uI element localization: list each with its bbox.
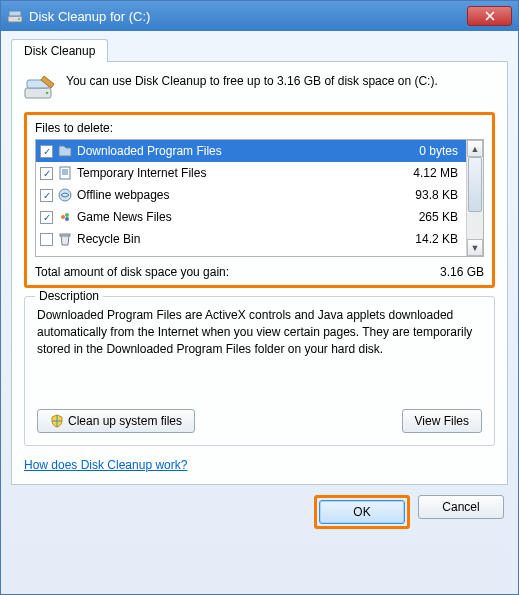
cancel-button[interactable]: Cancel bbox=[418, 495, 504, 519]
close-button[interactable] bbox=[467, 6, 512, 26]
scroll-down-button[interactable]: ▼ bbox=[467, 239, 483, 256]
list-item-size: 0 bytes bbox=[392, 144, 462, 158]
button-label: Clean up system files bbox=[68, 414, 182, 428]
cleanup-system-files-button[interactable]: Clean up system files bbox=[37, 409, 195, 433]
svg-point-9 bbox=[65, 213, 69, 217]
intro-text: You can use Disk Cleanup to free up to 3… bbox=[66, 74, 438, 88]
checkbox[interactable]: ✓ bbox=[40, 145, 53, 158]
list-item[interactable]: ✓Temporary Internet Files4.12 MB bbox=[36, 162, 466, 184]
list-item-label: Recycle Bin bbox=[77, 232, 388, 246]
scroll-up-button[interactable]: ▲ bbox=[467, 140, 483, 157]
file-type-icon bbox=[57, 231, 73, 247]
svg-point-10 bbox=[65, 217, 69, 221]
list-item-size: 93.8 KB bbox=[392, 188, 462, 202]
description-text: Downloaded Program Files are ActiveX con… bbox=[37, 307, 482, 395]
titlebar[interactable]: Disk Cleanup for (C:) bbox=[1, 1, 518, 31]
dialog-footer: OK Cancel bbox=[11, 495, 508, 529]
list-item[interactable]: ✓Game News Files265 KB bbox=[36, 206, 466, 228]
ok-button-highlight: OK bbox=[314, 495, 410, 529]
list-item-label: Temporary Internet Files bbox=[77, 166, 388, 180]
scroll-thumb[interactable] bbox=[468, 157, 482, 212]
tabstrip: Disk Cleanup bbox=[11, 39, 508, 62]
list-item-label: Offline webpages bbox=[77, 188, 388, 202]
disk-cleanup-window: Disk Cleanup for (C:) Disk Cleanup You c… bbox=[0, 0, 519, 595]
button-label: OK bbox=[353, 505, 370, 519]
svg-rect-1 bbox=[9, 11, 21, 16]
list-item[interactable]: ✓Downloaded Program Files0 bytes bbox=[36, 140, 466, 162]
file-type-icon bbox=[57, 165, 73, 181]
window-title: Disk Cleanup for (C:) bbox=[29, 9, 467, 24]
checkbox[interactable]: ✓ bbox=[40, 211, 53, 224]
file-type-icon bbox=[57, 209, 73, 225]
vertical-scrollbar[interactable]: ▲ ▼ bbox=[466, 140, 483, 256]
total-label: Total amount of disk space you gain: bbox=[35, 265, 440, 279]
list-item-label: Downloaded Program Files bbox=[77, 144, 388, 158]
list-item-label: Game News Files bbox=[77, 210, 388, 224]
svg-point-2 bbox=[18, 18, 20, 20]
shield-icon bbox=[50, 414, 64, 428]
list-item[interactable]: ✓Offline webpages93.8 KB bbox=[36, 184, 466, 206]
total-row: Total amount of disk space you gain: 3.1… bbox=[35, 265, 484, 279]
checkbox[interactable]: ✓ bbox=[40, 189, 53, 202]
list-item-size: 265 KB bbox=[392, 210, 462, 224]
svg-rect-11 bbox=[60, 234, 70, 236]
view-files-button[interactable]: View Files bbox=[402, 409, 482, 433]
svg-point-5 bbox=[46, 92, 49, 95]
checkbox[interactable]: ✓ bbox=[40, 167, 53, 180]
file-type-icon bbox=[57, 143, 73, 159]
ok-button[interactable]: OK bbox=[319, 500, 405, 524]
client-area: Disk Cleanup You can use Disk Cleanup to… bbox=[1, 31, 518, 539]
file-type-icon bbox=[57, 187, 73, 203]
list-item[interactable]: Recycle Bin14.2 KB bbox=[36, 228, 466, 250]
checkbox[interactable] bbox=[40, 233, 53, 246]
list-item-size: 14.2 KB bbox=[392, 232, 462, 246]
description-button-row: Clean up system files View Files bbox=[37, 409, 482, 433]
svg-rect-6 bbox=[60, 167, 70, 179]
description-groupbox: Description Downloaded Program Files are… bbox=[24, 296, 495, 446]
button-label: View Files bbox=[415, 414, 469, 428]
total-value: 3.16 GB bbox=[440, 265, 484, 279]
files-section-highlight: Files to delete: ✓Downloaded Program Fil… bbox=[24, 112, 495, 288]
button-label: Cancel bbox=[442, 500, 479, 514]
drive-broom-icon bbox=[24, 74, 56, 102]
intro-row: You can use Disk Cleanup to free up to 3… bbox=[24, 74, 495, 102]
svg-point-8 bbox=[61, 215, 65, 219]
tab-panel: You can use Disk Cleanup to free up to 3… bbox=[11, 61, 508, 485]
description-title: Description bbox=[35, 289, 103, 303]
how-does-disk-cleanup-work-link[interactable]: How does Disk Cleanup work? bbox=[24, 458, 187, 472]
close-icon bbox=[485, 11, 495, 21]
list-item-size: 4.12 MB bbox=[392, 166, 462, 180]
files-to-delete-label: Files to delete: bbox=[35, 121, 484, 135]
files-listbox[interactable]: ✓Downloaded Program Files0 bytes✓Tempora… bbox=[35, 139, 484, 257]
disk-cleanup-icon bbox=[7, 8, 23, 24]
tab-disk-cleanup[interactable]: Disk Cleanup bbox=[11, 39, 108, 62]
scroll-track[interactable] bbox=[467, 157, 483, 239]
